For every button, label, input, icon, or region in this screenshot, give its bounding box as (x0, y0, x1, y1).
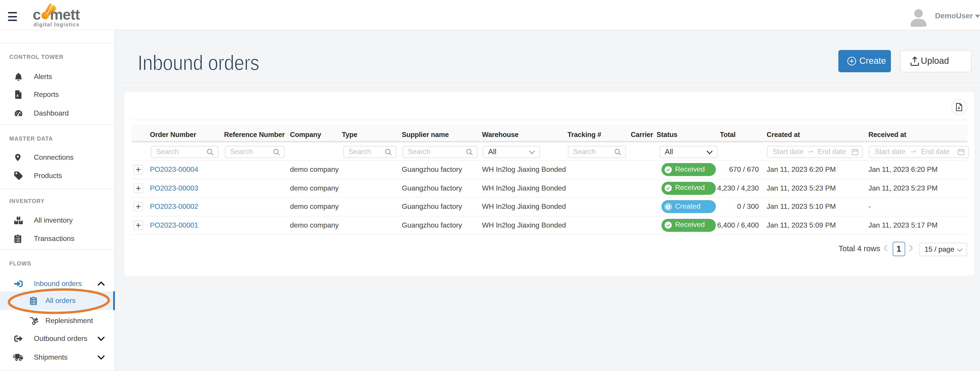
svg-text:x: x (16, 93, 19, 98)
svg-text:c: c (33, 6, 41, 23)
svg-text:digital logistics: digital logistics (33, 22, 80, 27)
svg-text:x: x (958, 106, 960, 110)
